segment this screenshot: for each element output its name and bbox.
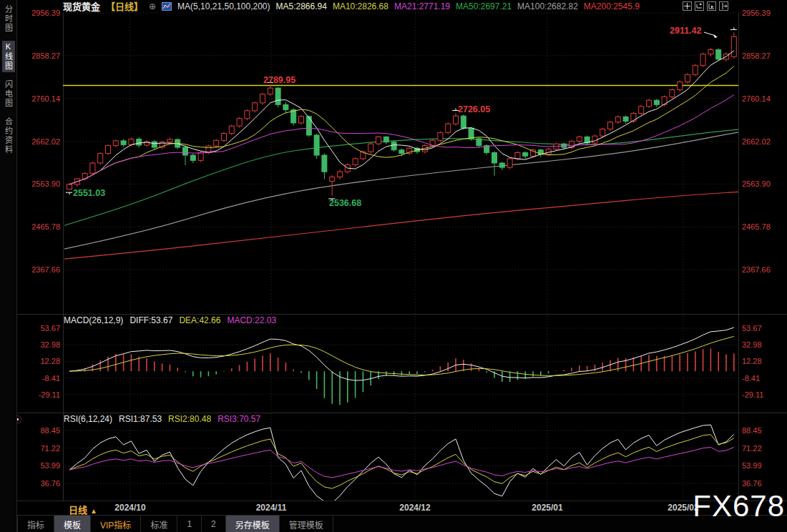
ma10-value: MA10:2826.68 bbox=[333, 1, 388, 11]
ma200-value: MA200:2545.9 bbox=[584, 1, 640, 11]
macd-title: MACD(26,12,9) bbox=[64, 315, 123, 325]
svg-text:2465.78: 2465.78 bbox=[31, 222, 60, 231]
ma50-value: MA50:2697.21 bbox=[456, 1, 512, 11]
macd-dea-value: DEA:42.66 bbox=[179, 315, 220, 325]
sidebar-item-contract-info[interactable]: 合约资料 bbox=[2, 116, 15, 156]
svg-text:71.22: 71.22 bbox=[742, 444, 762, 453]
svg-text:2789.95: 2789.95 bbox=[263, 75, 295, 85]
symbol-title: 现货黄金 bbox=[63, 0, 100, 13]
watermark: FX678 bbox=[693, 491, 785, 521]
svg-text:71.22: 71.22 bbox=[40, 444, 60, 453]
sidebar-item-kline-chart[interactable]: K线图 bbox=[2, 41, 15, 72]
svg-text:-8.41: -8.41 bbox=[742, 374, 760, 383]
tab-slot-1[interactable]: 1 bbox=[177, 516, 202, 532]
macd-macd-value: MACD:22.03 bbox=[227, 315, 276, 325]
svg-text:2551.03: 2551.03 bbox=[73, 188, 105, 198]
svg-text:2465.78: 2465.78 bbox=[742, 222, 771, 231]
split-pane-icon[interactable] bbox=[719, 1, 728, 11]
svg-text:12.28: 12.28 bbox=[40, 357, 60, 365]
rsi-pane bbox=[69, 425, 734, 503]
svg-text:2536.68: 2536.68 bbox=[329, 198, 361, 208]
tab-manage-templates[interactable]: 管理模板 bbox=[280, 516, 333, 532]
svg-text:53.67: 53.67 bbox=[742, 324, 762, 332]
axis-labels: 2956.392956.392858.272858.272760.142760.… bbox=[31, 9, 771, 513]
svg-text:2563.90: 2563.90 bbox=[742, 179, 771, 188]
svg-text:2858.27: 2858.27 bbox=[742, 51, 771, 60]
rsi1-value: RSI1:87.53 bbox=[119, 414, 162, 424]
tab-indicators[interactable]: 指标 bbox=[17, 516, 54, 532]
window-tools bbox=[683, 1, 728, 11]
tab-save-template[interactable]: 另存模板 bbox=[226, 516, 280, 532]
pane-layout-icon[interactable] bbox=[695, 1, 704, 11]
chart-canvas[interactable]: 2956.392956.392858.272858.272760.142760.… bbox=[0, 0, 787, 532]
left-sidebar: 分时图 K线图 闪电图 合约资料 bbox=[0, 0, 17, 532]
svg-text:-29.11: -29.11 bbox=[742, 390, 763, 399]
tab-templates[interactable]: 模板 bbox=[54, 516, 91, 532]
candles-layer bbox=[67, 32, 737, 196]
main-price-pane bbox=[63, 32, 738, 259]
rsi3-value: RSI3:70.57 bbox=[217, 414, 260, 424]
add-indicator-icon[interactable]: ⊕ bbox=[149, 1, 156, 11]
svg-text:-29.11: -29.11 bbox=[39, 390, 60, 399]
sidebar-item-lightning-chart[interactable]: 闪电图 bbox=[2, 79, 15, 109]
pan-tool-icon[interactable] bbox=[683, 1, 692, 11]
ma5-value: MA5:2866.94 bbox=[276, 1, 327, 11]
macd-pane bbox=[69, 327, 734, 405]
svg-text:2956.39: 2956.39 bbox=[742, 9, 771, 17]
chart-header: 现货黄金 【日线】 ⊕ MA(5,10,21,50,100,200) MA5:2… bbox=[63, 0, 640, 12]
period-tag: 【日线】 bbox=[106, 0, 143, 13]
trend-line-ma50 bbox=[64, 129, 738, 225]
svg-text:2367.66: 2367.66 bbox=[742, 265, 771, 274]
sidebar-item-timeshare-chart[interactable]: 分时图 bbox=[2, 4, 15, 34]
ma100-value: MA100:2682.82 bbox=[517, 1, 578, 11]
svg-text:32.98: 32.98 bbox=[742, 340, 762, 349]
svg-text:2956.39: 2956.39 bbox=[31, 9, 60, 17]
chart-type-icon[interactable] bbox=[162, 2, 172, 11]
svg-text:53.67: 53.67 bbox=[40, 324, 60, 332]
svg-text:2760.14: 2760.14 bbox=[742, 94, 771, 103]
svg-text:2662.02: 2662.02 bbox=[742, 137, 771, 146]
svg-text:-8.41: -8.41 bbox=[42, 374, 60, 383]
svg-text:2760.14: 2760.14 bbox=[31, 94, 60, 103]
rsi-title: RSI(6,12,24) bbox=[64, 414, 112, 424]
macd-pane-label: MACD(26,12,9) DIFF:53.67 DEA:42.66 MACD:… bbox=[64, 315, 276, 325]
rsi2-value: RSI2:80.48 bbox=[168, 414, 211, 424]
tab-vip-indicators[interactable]: VIP指标 bbox=[91, 516, 141, 532]
tab-standard[interactable]: 标准 bbox=[141, 516, 177, 532]
svg-text:53.99: 53.99 bbox=[742, 461, 762, 470]
svg-text:2726.05: 2726.05 bbox=[458, 104, 490, 114]
rsi-pane-label: RSI(6,12,24) RSI1:87.53 RSI2:80.48 RSI3:… bbox=[64, 414, 260, 424]
trading-app: 2956.392956.392858.272858.272760.142760.… bbox=[0, 0, 787, 532]
svg-text:2563.90: 2563.90 bbox=[31, 179, 60, 188]
svg-text:12.28: 12.28 bbox=[742, 357, 762, 365]
svg-text:53.99: 53.99 bbox=[40, 461, 60, 470]
svg-text:2911.42: 2911.42 bbox=[670, 26, 702, 36]
svg-text:88.45: 88.45 bbox=[40, 426, 60, 435]
x-axis-row: 日线▲ bbox=[17, 501, 787, 516]
bottom-toolbar: 指标 模板 VIP指标 标准 1 2 另存模板 管理模板 bbox=[17, 515, 787, 532]
tab-slot-2[interactable]: 2 bbox=[202, 516, 226, 532]
triangle-up-icon: ▲ bbox=[90, 507, 97, 515]
svg-text:88.45: 88.45 bbox=[742, 426, 762, 435]
svg-text:2662.02: 2662.02 bbox=[31, 137, 60, 146]
macd-diff-value: DIFF:53.67 bbox=[129, 315, 172, 325]
svg-text:32.98: 32.98 bbox=[40, 340, 60, 349]
svg-text:36.76: 36.76 bbox=[742, 479, 762, 488]
svg-text:2858.27: 2858.27 bbox=[31, 51, 60, 60]
ma-settings-label: MA(5,10,21,50,100,200) bbox=[177, 1, 270, 11]
svg-text:36.76: 36.76 bbox=[40, 479, 60, 488]
indicator-window-icon[interactable] bbox=[707, 1, 716, 11]
ma21-value: MA21:2771.19 bbox=[394, 1, 450, 11]
period-selector-label: 日线 bbox=[69, 505, 87, 516]
svg-text:2367.66: 2367.66 bbox=[31, 265, 60, 274]
